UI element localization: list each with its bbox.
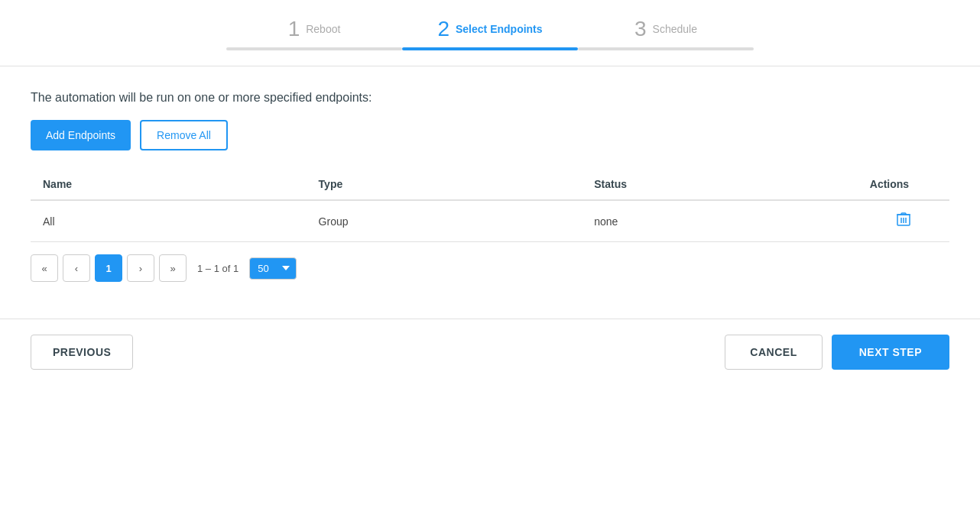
col-header-name: Name: [31, 169, 307, 200]
next-step-button[interactable]: NEXT STEP: [832, 335, 949, 370]
per-page-select[interactable]: 50 100 200: [249, 257, 297, 280]
step-1-bar: [226, 47, 402, 50]
step-1-number: 1: [288, 18, 300, 40]
step-schedule: 3 Schedule: [578, 18, 754, 50]
remove-all-button[interactable]: Remove All: [140, 120, 228, 150]
table-row: All Group none: [31, 200, 949, 242]
col-header-actions: Actions: [858, 169, 949, 200]
pagination-info: 1 – 1 of 1: [197, 263, 239, 274]
pagination-next-button[interactable]: ›: [127, 254, 154, 282]
delete-icon[interactable]: [897, 212, 910, 231]
stepper: 1 Reboot 2 Select Endpoints 3 Schedule: [0, 0, 980, 50]
step-3-number: 3: [634, 18, 647, 40]
description-text: The automation will be run on one or mor…: [31, 91, 949, 105]
endpoints-table: Name Type Status Actions All Group none: [31, 169, 949, 242]
step-reboot: 1 Reboot: [226, 18, 402, 50]
row-type: Group: [307, 200, 582, 242]
pagination-last-button[interactable]: »: [159, 254, 187, 282]
bottom-right-actions: CANCEL NEXT STEP: [725, 335, 949, 370]
pagination-row: « ‹ 1 › » 1 – 1 of 1 50 100 200: [31, 254, 949, 282]
pagination-page-1-button[interactable]: 1: [95, 254, 122, 282]
col-header-type: Type: [307, 169, 582, 200]
cancel-button[interactable]: CANCEL: [725, 335, 822, 370]
step-2-label: Select Endpoints: [456, 23, 543, 35]
pagination-prev-button[interactable]: ‹: [63, 254, 90, 282]
previous-button[interactable]: PREVIOUS: [31, 335, 133, 370]
actions-row: Add Endpoints Remove All: [31, 120, 949, 150]
step-2-bar: [402, 47, 578, 50]
step-2-number: 2: [437, 18, 449, 40]
row-name: All: [31, 200, 307, 242]
pagination-first-button[interactable]: «: [31, 254, 58, 282]
add-endpoints-button[interactable]: Add Endpoints: [31, 120, 131, 150]
bottom-bar: PREVIOUS CANCEL NEXT STEP: [0, 319, 980, 385]
table-header-row: Name Type Status Actions: [31, 169, 949, 200]
step-1-label: Reboot: [306, 23, 340, 35]
row-actions: [858, 200, 949, 242]
step-3-bar: [578, 47, 754, 50]
main-content: The automation will be run on one or mor…: [0, 66, 980, 300]
col-header-status: Status: [582, 169, 858, 200]
row-status: none: [582, 200, 858, 242]
step-select-endpoints: 2 Select Endpoints: [402, 18, 578, 50]
step-3-label: Schedule: [653, 23, 697, 35]
